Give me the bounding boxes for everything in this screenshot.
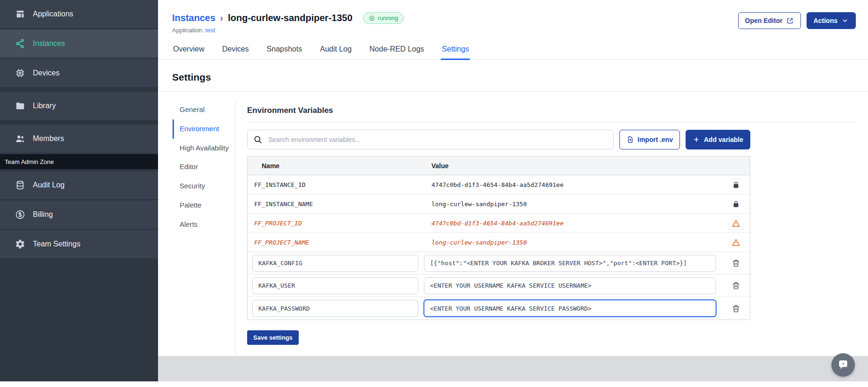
trash-icon [732,281,740,290]
footer-band [158,356,868,381]
application-line: Application: test [172,27,404,34]
sidebar-item-members[interactable]: Members [0,125,158,153]
env-var-value-input[interactable] [424,255,716,272]
column-header-value: Value [424,162,722,170]
environment-variables-title: Environment Variables [247,106,857,122]
sidebar-item-applications[interactable]: Applications [0,0,158,28]
env-var-name-input[interactable] [252,255,418,272]
import-env-label: Import .env [638,136,673,143]
delete-variable-button[interactable] [730,257,742,269]
env-var-name: FF_INSTANCE_ID [254,181,306,188]
env-var-value-input[interactable] [424,277,716,294]
sidebar-item-audit-log[interactable]: Audit Log [0,171,158,199]
env-var-name: FF_PROJECT_NAME [254,239,309,246]
running-status-icon [369,15,375,22]
breadcrumb-instances-link[interactable]: Instances [172,13,215,23]
table-row: FF_INSTANCE_ID 4747c0bd-d1f3-4654-84b4-a… [248,175,750,194]
settings-nav-palette[interactable]: Palette [173,196,235,215]
env-var-name-input[interactable] [252,277,418,294]
breadcrumb: Instances › long-curlew-sandpiper-1350 r… [172,12,404,24]
lock-icon [732,181,740,189]
search-icon [253,135,263,144]
app-root: Applications Instances Devices Library M… [0,0,868,381]
tab-node-red-logs[interactable]: Node-RED Logs [369,40,425,60]
search-box [247,130,614,149]
settings-nav: General Environment High Availability Ed… [173,99,235,381]
page-title: long-curlew-sandpiper-1350 [228,13,353,23]
env-var-value-input[interactable] [424,300,716,317]
env-var-value: long-curlew-sandpiper-1350 [431,239,527,246]
import-env-button[interactable]: Import .env [619,130,680,149]
save-settings-button[interactable]: Save settings [247,330,299,345]
environment-panel: Environment Variables Import .env [235,99,857,381]
status-badge: running [363,12,404,24]
warning-icon [732,238,740,247]
settings-nav-alerts[interactable]: Alerts [173,215,235,234]
settings-nav-security[interactable]: Security [173,177,235,196]
env-var-name-input[interactable] [252,300,418,317]
settings-nav-high-availability[interactable]: High Availability [173,139,235,158]
application-label: Application: [172,27,204,34]
column-header-name: Name [248,162,424,170]
open-editor-label: Open Editor [745,17,783,24]
env-var-name: FF_INSTANCE_NAME [254,201,313,208]
main-content: Instances › long-curlew-sandpiper-1350 r… [158,0,868,381]
open-editor-button[interactable]: Open Editor [738,12,801,29]
env-var-value: 4747c0bd-d1f3-4654-84b4-aa5d274691ee [431,220,564,227]
env-var-name: FF_PROJECT_ID [254,220,302,227]
users-icon [15,134,25,144]
settings-nav-general[interactable]: General [173,100,235,119]
folder-icon [15,101,25,111]
table-row [248,297,750,320]
page-header: Instances › long-curlew-sandpiper-1350 r… [158,0,868,34]
application-name-link[interactable]: test [205,27,215,34]
team-admin-zone-label: Team Admin Zone [0,154,158,169]
tab-devices[interactable]: Devices [221,40,250,60]
sidebar-item-billing[interactable]: Billing [0,201,158,229]
sidebar-item-label: Library [33,102,56,110]
settings-nav-editor[interactable]: Editor [173,157,235,177]
sidebar-item-label: Billing [33,210,53,219]
search-input[interactable] [247,130,614,149]
sidebar-item-team-settings[interactable]: Team Settings [0,230,158,258]
table-row: FF_PROJECT_NAME long-curlew-sandpiper-13… [248,233,750,252]
table-row: FF_PROJECT_ID 4747c0bd-d1f3-4654-84b4-aa… [248,214,750,233]
chat-widget-button[interactable] [831,353,855,377]
delete-variable-button[interactable] [730,302,742,315]
sidebar-item-label: Team Settings [33,240,80,248]
sidebar-item-devices[interactable]: Devices [0,59,158,87]
settings-heading: Settings [172,72,857,91]
env-variables-table: Name Value FF_INSTANCE_ID 4747c0bd-d1f3-… [247,156,750,320]
applications-icon [15,9,25,19]
gear-icon [15,239,25,249]
chat-icon [837,359,849,371]
add-variable-button[interactable]: Add variable [686,130,750,149]
database-icon [15,180,25,190]
plus-icon [693,136,700,143]
tab-snapshots[interactable]: Snapshots [266,40,303,60]
warning-icon [732,219,740,228]
env-var-value: 4747c0bd-d1f3-4654-84b4-aa5d274691ee [431,181,564,188]
import-file-icon [626,136,634,143]
status-badge-label: running [378,15,398,22]
sidebar-item-library[interactable]: Library [0,92,158,120]
tab-overview[interactable]: Overview [172,40,205,60]
sidebar-item-instances[interactable]: Instances [0,30,158,58]
chip-icon [15,68,25,78]
settings-nav-environment[interactable]: Environment [173,119,235,139]
instance-tabs: Overview Devices Snapshots Audit Log Nod… [158,40,868,60]
trash-icon [732,259,740,268]
sidebar-item-label: Devices [33,69,60,77]
sidebar-item-label: Audit Log [33,181,65,189]
sidebar-item-label: Instances [33,39,65,48]
dollar-icon [15,209,25,220]
tab-settings[interactable]: Settings [441,40,470,60]
delete-variable-button[interactable] [730,279,742,292]
actions-button[interactable]: Actions [807,12,856,29]
env-var-value: long-curlew-sandpiper-1350 [431,201,527,208]
table-row: FF_INSTANCE_NAME long-curlew-sandpiper-1… [248,194,750,214]
sidebar: Applications Instances Devices Library M… [0,0,158,381]
sidebar-item-label: Members [33,134,64,143]
tab-audit-log[interactable]: Audit Log [319,40,353,60]
table-header: Name Value [248,156,750,175]
